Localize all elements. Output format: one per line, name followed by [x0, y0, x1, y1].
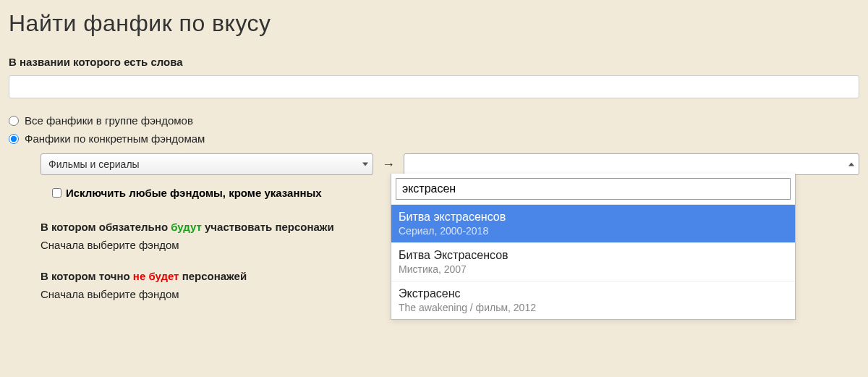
section-will-suffix: участвовать персонажи	[202, 221, 334, 233]
autocomplete-item-sub: Сериал, 2000-2018	[399, 225, 788, 237]
section-wont-suffix: персонажей	[179, 270, 247, 282]
radio-specific-fandoms-label: Фанфики по конкретным фэндомам	[25, 132, 205, 145]
autocomplete-item-sub: The awakening / фильм, 2012	[399, 302, 788, 310]
section-wont-emph: не будет	[133, 270, 179, 282]
title-words-label: В названии которого есть слова	[9, 56, 859, 68]
autocomplete-input[interactable]	[396, 178, 791, 200]
title-words-input[interactable]	[9, 75, 859, 98]
radio-all-in-group-label: Все фанфики в группе фэндомов	[25, 114, 193, 127]
exclude-checkbox[interactable]	[52, 188, 61, 198]
autocomplete-item-sub: Мистика, 2007	[399, 263, 788, 275]
section-will-emph: будут	[171, 221, 202, 233]
autocomplete-item-title: Экстрасенс	[399, 287, 461, 300]
fandom-autocomplete: Битва экстрасенсов Сериал, 2000-2018 Бит…	[391, 174, 796, 310]
autocomplete-input-wrap	[391, 174, 795, 204]
autocomplete-list: Битва экстрасенсов Сериал, 2000-2018 Бит…	[391, 204, 795, 310]
fandom-dropdown[interactable]	[404, 153, 859, 175]
radio-specific-fandoms[interactable]: Фанфики по конкретным фэндомам	[9, 132, 859, 145]
section-wont-prefix: В котором точно	[41, 270, 133, 282]
autocomplete-item-title: Битва экстрасенсов	[399, 211, 506, 223]
section-will-prefix: В котором обязательно	[41, 221, 171, 233]
radio-specific-fandoms-input[interactable]	[9, 134, 19, 144]
autocomplete-item[interactable]: Битва экстрасенсов Сериал, 2000-2018	[391, 204, 795, 242]
radio-all-in-group[interactable]: Все фанфики в группе фэндомов	[9, 114, 859, 127]
category-dropdown-value: Фильмы и сериалы	[48, 158, 140, 170]
chevron-up-icon	[848, 163, 854, 166]
category-dropdown[interactable]: Фильмы и сериалы	[41, 153, 373, 175]
chevron-down-icon	[362, 163, 368, 166]
radio-all-in-group-input[interactable]	[9, 116, 19, 126]
autocomplete-item[interactable]: Битва Экстрасенсов Мистика, 2007	[391, 242, 795, 281]
page-title: Найти фанфик по вкусу	[9, 0, 859, 56]
selector-row: Фильмы и сериалы →	[41, 153, 859, 175]
arrow-right-icon: →	[382, 157, 395, 172]
autocomplete-item-title: Битва Экстрасенсов	[399, 249, 509, 261]
autocomplete-item[interactable]: Экстрасенс The awakening / фильм, 2012	[391, 281, 795, 310]
exclude-label: Исключить любые фэндомы, кроме указанных	[66, 187, 322, 199]
